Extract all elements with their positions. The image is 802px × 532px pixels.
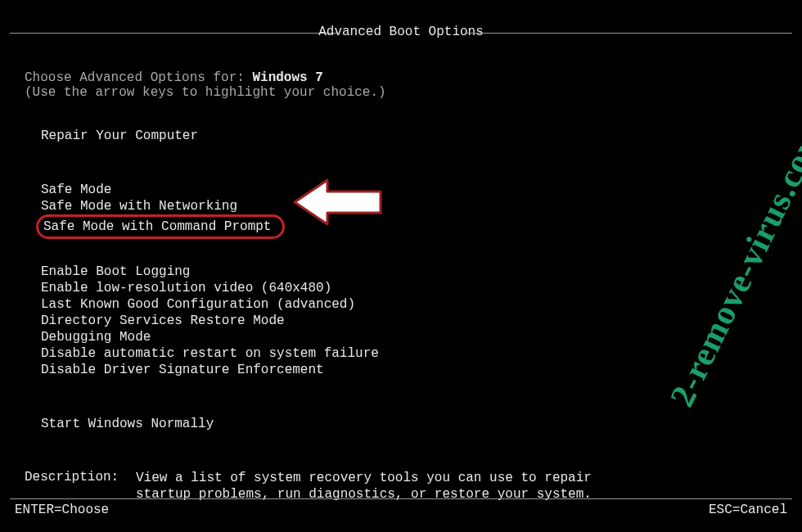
menu-item-startnormal[interactable]: Start Windows Normally: [41, 416, 214, 432]
menu-item-lowres[interactable]: Enable low-resolution video (640x480): [41, 280, 331, 296]
prompt-prefix: Choose Advanced Options for:: [25, 70, 252, 85]
hint-line: (Use the arrow keys to highlight your ch…: [10, 85, 792, 100]
footer-rule: [10, 498, 792, 499]
menu-item-safemode-net[interactable]: Safe Mode with Networking: [41, 198, 237, 214]
title-rule-right: [465, 33, 792, 34]
description-block: Description: View a list of system recov…: [10, 470, 792, 503]
title-rule-left: [10, 33, 337, 34]
menu-item-nosigenforce[interactable]: Disable Driver Signature Enforcement: [41, 362, 324, 378]
os-name: Windows 7: [252, 70, 322, 85]
menu-item-repair[interactable]: Repair Your Computer: [41, 128, 198, 144]
page-title: Advanced Boot Options: [318, 25, 484, 39]
boot-options-screen: Advanced Boot Options Choose Advanced Op…: [0, 0, 802, 532]
menu-item-debug[interactable]: Debugging Mode: [41, 329, 151, 345]
menu-item-safemode[interactable]: Safe Mode: [41, 182, 111, 198]
footer-esc: ESC=Cancel: [709, 503, 787, 517]
prompt-line: Choose Advanced Options for: Windows 7: [10, 70, 792, 85]
boot-menu: Repair Your Computer Safe Mode Safe Mode…: [10, 128, 792, 432]
footer: ENTER=Choose ESC=Cancel: [15, 503, 787, 517]
menu-item-dsrestore[interactable]: Directory Services Restore Mode: [41, 313, 285, 329]
description-label: Description:: [25, 470, 136, 503]
menu-item-bootlog[interactable]: Enable Boot Logging: [41, 264, 190, 280]
menu-item-noautorestart[interactable]: Disable automatic restart on system fail…: [41, 345, 379, 362]
menu-item-lkg[interactable]: Last Known Good Configuration (advanced): [41, 296, 355, 313]
footer-enter: ENTER=Choose: [15, 503, 109, 517]
menu-item-safemode-cmd[interactable]: Safe Mode with Command Prompt: [36, 214, 285, 239]
title-row: Advanced Boot Options: [10, 25, 792, 41]
description-text: View a list of system recovery tools you…: [136, 470, 594, 503]
